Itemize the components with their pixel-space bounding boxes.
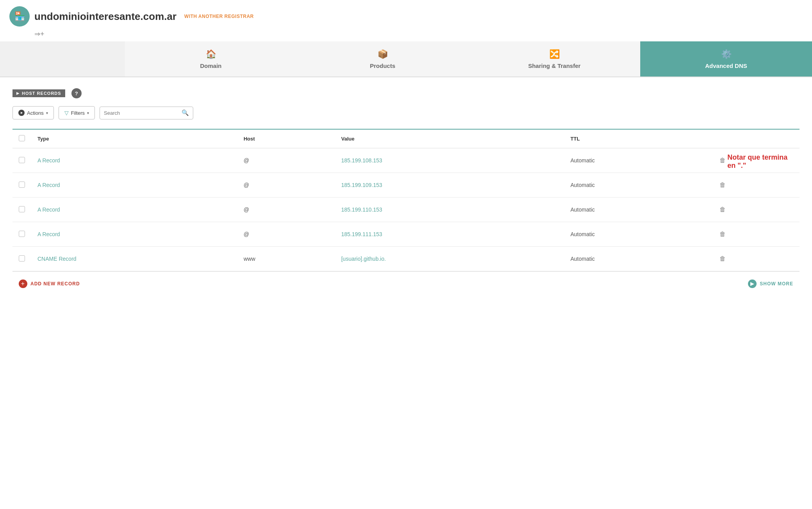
products-icon: 📦 (378, 49, 388, 59)
value-cell: 185.199.108.153 (335, 148, 564, 173)
add-icon: + (19, 279, 27, 288)
tab-products[interactable]: 📦 Products (297, 41, 468, 77)
row-checkbox[interactable] (19, 255, 25, 262)
delete-button[interactable]: 🗑 (718, 155, 727, 166)
actions-label: Actions (27, 110, 44, 116)
host-cell: @ (237, 173, 335, 198)
value-cell: [usuario].github.io. (335, 247, 564, 271)
type-cell: A Record (31, 222, 237, 247)
col-value: Value (335, 130, 564, 148)
table-container: Type Host Value TTL A Record @ 185.199.1… (12, 129, 800, 271)
host-cell: @ (237, 198, 335, 222)
table-row: A Record @ 185.199.110.153 Automatic 🗑 (12, 198, 800, 222)
domain-title: undominiointeresante.com.ar (34, 11, 176, 23)
ttl-cell: Automatic (564, 198, 712, 222)
tab-sharing-label: Sharing & Transfer (528, 62, 581, 69)
transfer-icon: ⇒+ (34, 30, 45, 38)
ttl-cell: Automatic (564, 222, 712, 247)
row-checkbox[interactable] (19, 206, 25, 212)
ttl-cell: Automatic (564, 247, 712, 271)
table-row: CNAME Record www [usuario].github.io. Au… (12, 247, 800, 271)
tab-sharing-transfer[interactable]: 🔀 Sharing & Transfer (468, 41, 640, 77)
search-button[interactable]: 🔍 (182, 109, 189, 116)
tab-domain[interactable]: 🏠 Domain (125, 41, 297, 77)
delete-button[interactable]: 🗑 (718, 229, 727, 239)
header: 🏪 undominiointeresante.com.ar WITH ANOTH… (0, 0, 812, 30)
row-checkbox[interactable] (19, 231, 25, 237)
actions-play-icon (18, 110, 25, 116)
delete-button[interactable]: 🗑 (718, 254, 727, 264)
dns-icon: ⚙️ (721, 49, 732, 59)
help-button[interactable]: ? (71, 88, 82, 98)
registrar-badge: WITH ANOTHER REGISTRAR (184, 14, 254, 19)
value-cell: 185.199.111.153 (335, 222, 564, 247)
main-section: HOST RECORDS ? Actions ▾ ▽ Filters ▾ 🔍 T… (0, 77, 812, 296)
host-cell: @ (237, 148, 335, 173)
row-checkbox[interactable] (19, 157, 25, 163)
value-cell: 185.199.109.153 (335, 173, 564, 198)
tab-empty[interactable] (0, 41, 125, 77)
toolbar: Actions ▾ ▽ Filters ▾ 🔍 (12, 106, 800, 119)
type-cell: CNAME Record (31, 247, 237, 271)
table-row: A Record @ 185.199.109.153 Automatic 🗑 N… (12, 173, 800, 198)
show-more-icon: ▶ (748, 279, 757, 288)
filters-chevron-icon: ▾ (87, 111, 89, 115)
col-type: Type (31, 130, 237, 148)
actions-chevron-icon: ▾ (46, 111, 48, 115)
select-all-checkbox[interactable] (19, 135, 25, 141)
type-cell: A Record (31, 148, 237, 173)
col-host: Host (237, 130, 335, 148)
add-record-button[interactable]: + ADD NEW RECORD (19, 279, 80, 288)
host-records-table: Type Host Value TTL A Record @ 185.199.1… (12, 130, 800, 271)
tab-advanced-dns-label: Advanced DNS (705, 62, 747, 69)
type-cell: A Record (31, 173, 237, 198)
show-more-label: SHOW MORE (760, 281, 793, 287)
filters-label: Filters (71, 110, 85, 116)
host-records-badge: HOST RECORDS (12, 89, 65, 97)
store-icon: 🏪 (14, 11, 25, 21)
tab-advanced-dns[interactable]: ⚙️ Advanced DNS (640, 41, 812, 77)
header-sub: ⇒+ (0, 30, 812, 41)
col-ttl: TTL (564, 130, 712, 148)
actions-button[interactable]: Actions ▾ (12, 106, 54, 119)
filters-button[interactable]: ▽ Filters ▾ (59, 106, 95, 119)
delete-button[interactable]: 🗑 (718, 205, 727, 215)
search-input[interactable] (104, 107, 178, 119)
col-actions (712, 130, 800, 148)
host-cell: @ (237, 222, 335, 247)
ttl-cell: Automatic (564, 173, 712, 198)
host-cell: www (237, 247, 335, 271)
type-cell: A Record (31, 198, 237, 222)
search-box: 🔍 (100, 107, 193, 119)
value-cell: 185.199.110.153 (335, 198, 564, 222)
tab-domain-label: Domain (200, 62, 221, 69)
sharing-icon: 🔀 (549, 49, 560, 59)
table-row: A Record @ 185.199.111.153 Automatic 🗑 (12, 222, 800, 247)
table-footer: + ADD NEW RECORD ▶ SHOW MORE (12, 272, 800, 296)
host-records-header: HOST RECORDS ? (12, 88, 800, 98)
logo: 🏪 (9, 6, 30, 27)
home-icon: 🏠 (206, 49, 216, 59)
table-row: A Record @ 185.199.108.153 Automatic 🗑 (12, 148, 800, 173)
filter-icon: ▽ (64, 110, 69, 116)
tab-products-label: Products (370, 62, 395, 69)
ttl-cell: Automatic (564, 148, 712, 173)
nav-tabs: 🏠 Domain 📦 Products 🔀 Sharing & Transfer… (0, 41, 812, 77)
row-checkbox[interactable] (19, 182, 25, 188)
add-record-label: ADD NEW RECORD (30, 281, 80, 287)
show-more-button[interactable]: ▶ SHOW MORE (748, 279, 793, 288)
delete-button[interactable]: 🗑 (718, 180, 727, 190)
